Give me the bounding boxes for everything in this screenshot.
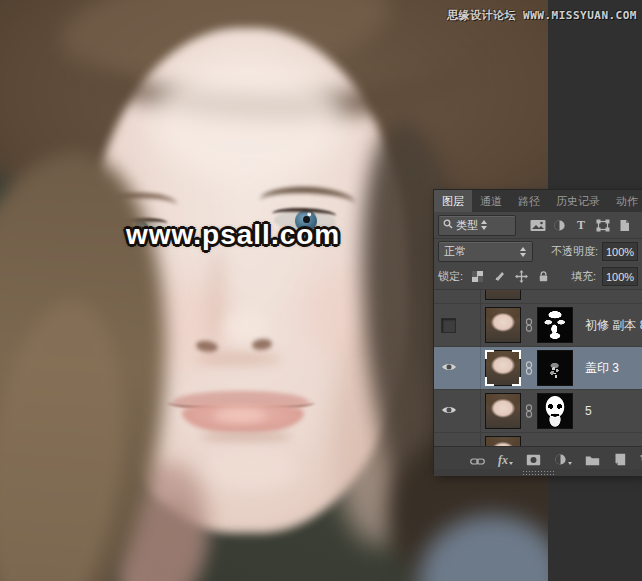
filter-shape-layers-button[interactable]	[593, 216, 613, 234]
layer-thumbnail[interactable]	[485, 350, 521, 386]
add-layer-mask-button[interactable]	[526, 451, 541, 466]
chevron-updown-icon	[481, 220, 488, 230]
tab-layers[interactable]: 图层	[434, 190, 472, 212]
visibility-cell[interactable]	[434, 290, 481, 303]
filter-type-layers-button[interactable]: T	[571, 216, 591, 234]
visibility-cell[interactable]	[434, 433, 481, 446]
filter-icon-group: T	[518, 216, 638, 234]
layer-row-partial-bottom[interactable]	[434, 433, 642, 446]
eye-icon[interactable]	[441, 362, 457, 374]
portrait-forehead-highlight	[150, 58, 345, 183]
layer-filter-row: 类型 T	[434, 212, 642, 239]
portrait-chin-highlight	[206, 452, 298, 490]
filter-kind-label: 类型	[456, 218, 478, 233]
watermark-missyuan: 思缘设计论坛 WWW.MISSYUAN.COM	[447, 8, 637, 23]
tab-channels[interactable]: 通道	[472, 190, 510, 212]
layer-mask-thumbnail[interactable]	[537, 350, 573, 386]
lock-label: 锁定:	[438, 269, 463, 284]
blend-options-row: 正常 不透明度: 100%	[434, 239, 642, 264]
padlock-icon	[537, 270, 550, 283]
layer-row-selected[interactable]: 盖印 3	[434, 347, 642, 390]
caret-down-icon	[509, 462, 513, 465]
chevron-updown-icon	[520, 247, 527, 257]
photoshop-workspace: www.psall.com 思缘设计论坛 WWW.MISSYUAN.COM 图层…	[0, 0, 642, 581]
layers-panel: 图层 通道 路径 历史记录 动作 类型	[434, 190, 642, 473]
search-icon	[443, 219, 453, 231]
filter-kind-select[interactable]: 类型	[438, 215, 516, 236]
filter-pixel-layers-button[interactable]	[528, 216, 548, 234]
layer-name[interactable]: 盖印 3	[585, 360, 619, 377]
new-adjustment-layer-button[interactable]	[554, 451, 572, 466]
layer-row-partial-top[interactable]	[434, 290, 642, 304]
brush-icon	[493, 270, 506, 283]
blend-mode-value: 正常	[444, 244, 466, 259]
new-layer-button[interactable]	[613, 451, 626, 466]
move-icon	[515, 270, 528, 283]
target-frame	[485, 350, 521, 386]
blend-mode-select[interactable]: 正常	[438, 241, 533, 262]
eye-icon[interactable]	[441, 405, 457, 417]
opacity-label: 不透明度:	[551, 244, 598, 259]
tab-history[interactable]: 历史记录	[548, 190, 608, 212]
layer-thumbnail[interactable]	[485, 307, 521, 343]
portrait-nose-under-shadow	[196, 352, 282, 366]
layer-name[interactable]: 初修 副本 8	[585, 317, 642, 334]
layer-thumbnail[interactable]	[485, 436, 521, 446]
filter-smart-objects-button[interactable]	[614, 216, 634, 234]
visibility-hidden-box[interactable]	[441, 318, 456, 333]
caret-down-icon	[568, 462, 572, 465]
portrait-lip-shadow	[200, 431, 292, 442]
fill-field[interactable]: 100%	[602, 267, 638, 286]
checkerboard-icon	[472, 271, 483, 282]
layer-mask-thumbnail[interactable]	[537, 307, 573, 343]
lock-all-button[interactable]	[535, 269, 551, 285]
opacity-field[interactable]: 100%	[602, 242, 638, 261]
link-layers-button[interactable]	[470, 451, 485, 466]
tab-paths[interactable]: 路径	[510, 190, 548, 212]
layer-list: 初修 副本 8 盖印 3	[434, 290, 642, 446]
portrait-lip-highlight	[214, 409, 266, 422]
lock-options-row: 锁定: 填充: 100%	[434, 264, 642, 290]
lock-position-button[interactable]	[513, 269, 529, 285]
layer-thumbnail[interactable]	[485, 393, 521, 429]
layer-style-button[interactable]: fx	[498, 451, 513, 466]
lock-pixels-button[interactable]	[491, 269, 507, 285]
tab-actions[interactable]: 动作	[608, 190, 642, 212]
panel-resize-strip	[434, 469, 642, 476]
mask-link-icon	[521, 404, 537, 418]
layer-name[interactable]: 5	[585, 404, 592, 418]
lock-transparency-button[interactable]	[469, 269, 485, 285]
panel-tab-bar: 图层 通道 路径 历史记录 动作	[434, 190, 642, 212]
watermark-psall: www.psall.com	[126, 219, 340, 251]
mask-link-icon	[521, 318, 537, 332]
visibility-cell[interactable]	[434, 304, 481, 346]
mask-link-icon	[521, 361, 537, 375]
layer-row[interactable]: 5	[434, 390, 642, 433]
layer-thumbnail[interactable]	[485, 290, 521, 300]
layer-row[interactable]: 初修 副本 8	[434, 304, 642, 347]
visibility-cell[interactable]	[434, 347, 481, 389]
new-group-button[interactable]	[585, 451, 600, 466]
fill-label: 填充:	[571, 269, 596, 284]
layers-panel-footer: fx	[434, 446, 642, 469]
filter-adjustment-layers-button[interactable]	[550, 216, 570, 234]
panel-resize-grip[interactable]	[522, 470, 554, 475]
visibility-cell[interactable]	[434, 390, 481, 432]
layer-mask-thumbnail[interactable]	[537, 393, 573, 429]
